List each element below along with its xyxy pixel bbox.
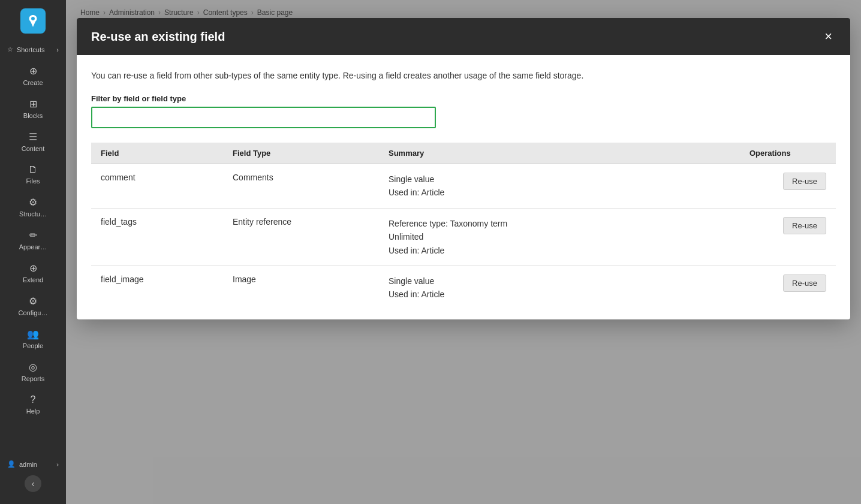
sidebar-item-content[interactable]: ☰ Content [0, 125, 66, 158]
reuse-button[interactable]: Re-use [783, 274, 826, 292]
structure-icon: ⚙ [29, 197, 37, 208]
sidebar-item-files[interactable]: 🗋 Files [0, 158, 66, 191]
cell-summary: Single valueUsed in: Article [379, 265, 740, 309]
table-header: Field Field Type Summary Operations [91, 143, 836, 164]
sidebar-shortcuts-section[interactable]: ☆ Shortcuts › [0, 40, 66, 59]
cell-operations: Re-use [740, 265, 836, 309]
sidebar-item-shortcuts[interactable]: ☆ Shortcuts › [0, 40, 66, 59]
reuse-button[interactable]: Re-use [783, 217, 826, 234]
extend-label: Extend [23, 276, 43, 283]
sidebar-item-create[interactable]: ⊕ Create [0, 59, 66, 92]
filter-input[interactable] [91, 107, 436, 128]
shortcuts-label: Shortcuts [17, 46, 44, 53]
collapse-icon: ‹ [32, 479, 35, 488]
help-label: Help [26, 408, 40, 415]
sidebar-item-reports[interactable]: ◎ Reports [0, 355, 66, 388]
admin-arrow: › [56, 461, 59, 468]
cell-operations: Re-use [740, 208, 836, 265]
col-header-summary: Summary [379, 143, 740, 164]
content-icon: ☰ [29, 131, 37, 143]
cell-field-name: field_image [91, 265, 223, 309]
blocks-icon: ⊞ [29, 98, 37, 110]
sidebar-item-help[interactable]: ? Help [0, 388, 66, 421]
cell-operations: Re-use [740, 164, 836, 209]
sidebar-item-extend[interactable]: ⊕ Extend [0, 256, 66, 289]
col-header-field-type: Field Type [223, 143, 379, 164]
sidebar-item-appearance[interactable]: ✏ Appear… [0, 224, 66, 256]
reports-icon: ◎ [29, 361, 37, 373]
modal-overlay[interactable]: Re-use an existing field × You can re-us… [66, 0, 861, 504]
shortcuts-arrow: › [56, 46, 59, 53]
col-header-field: Field [91, 143, 223, 164]
configure-icon: ⚙ [29, 295, 37, 307]
appearance-icon: ✏ [29, 230, 37, 241]
reuse-field-modal: Re-use an existing field × You can re-us… [77, 18, 850, 319]
modal-description: You can re-use a field from other sub-ty… [91, 70, 836, 82]
admin-icon: 👤 [7, 460, 16, 468]
help-icon: ? [31, 394, 36, 405]
reports-label: Reports [22, 375, 45, 382]
filter-label: Filter by field or field type [91, 94, 836, 103]
cell-field-type: Comments [223, 164, 379, 209]
cell-field-name: comment [91, 164, 223, 209]
cell-summary: Single valueUsed in: Article [379, 164, 740, 209]
table-row: field_imageImageSingle valueUsed in: Art… [91, 265, 836, 309]
sidebar-collapse-button[interactable]: ‹ [25, 475, 41, 492]
main-content: Home › Administration › Structure › Cont… [66, 0, 861, 504]
files-label: Files [26, 177, 40, 185]
sidebar-item-people[interactable]: 👥 People [0, 322, 66, 355]
drupal-logo[interactable] [20, 8, 46, 34]
people-icon: 👥 [27, 328, 39, 340]
create-icon: ⊕ [29, 65, 37, 77]
modal-body: You can re-use a field from other sub-ty… [77, 55, 850, 319]
modal-title: Re-use an existing field [91, 30, 225, 44]
admin-label: admin [19, 461, 37, 468]
table-row: field_tagsEntity referenceReference type… [91, 208, 836, 265]
structure-label: Structu… [19, 210, 47, 218]
table-row: commentCommentsSingle valueUsed in: Arti… [91, 164, 836, 209]
content-label: Content [22, 145, 45, 152]
cell-field-type: Entity reference [223, 208, 379, 265]
modal-close-button[interactable]: × [821, 29, 836, 44]
sidebar-item-blocks[interactable]: ⊞ Blocks [0, 92, 66, 125]
cell-summary: Reference type: Taxonomy termUnlimitedUs… [379, 208, 740, 265]
cell-field-type: Image [223, 265, 379, 309]
modal-header: Re-use an existing field × [77, 18, 850, 55]
table-body: commentCommentsSingle valueUsed in: Arti… [91, 164, 836, 310]
sidebar-item-structure[interactable]: ⚙ Structu… [0, 191, 66, 224]
col-header-operations: Operations [740, 143, 836, 164]
blocks-label: Blocks [23, 112, 43, 119]
sidebar: ☆ Shortcuts › ⊕ Create ⊞ Blocks ☰ Conten… [0, 0, 66, 504]
configure-label: Configu… [19, 309, 48, 316]
people-label: People [23, 342, 43, 349]
fields-table: Field Field Type Summary Operations comm… [91, 143, 836, 310]
sidebar-item-admin[interactable]: 👤 admin › [0, 454, 66, 474]
create-label: Create [23, 79, 43, 86]
shortcuts-icon: ☆ [7, 46, 13, 53]
sidebar-item-configure[interactable]: ⚙ Configu… [0, 289, 66, 322]
cell-field-name: field_tags [91, 208, 223, 265]
extend-icon: ⊕ [29, 262, 37, 274]
appearance-label: Appear… [19, 243, 47, 251]
reuse-button[interactable]: Re-use [783, 173, 826, 190]
files-icon: 🗋 [28, 164, 38, 175]
